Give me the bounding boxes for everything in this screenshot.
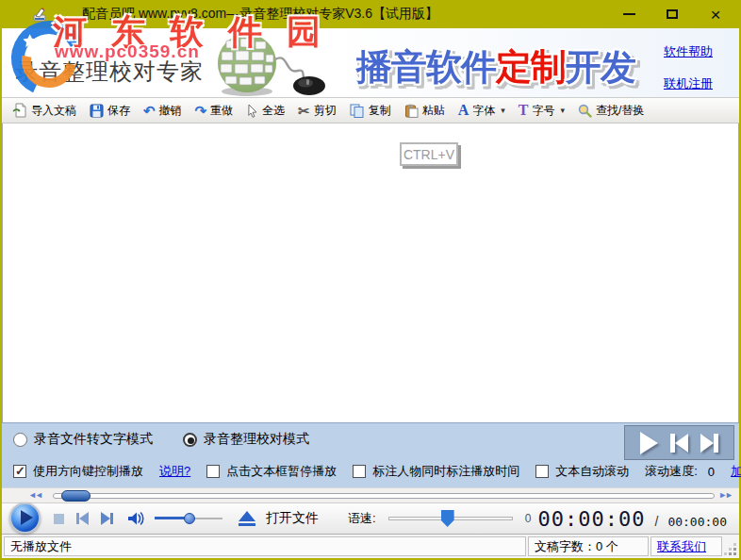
app-logo-text: 录音整理校对专家 bbox=[15, 57, 204, 87]
checkbox-icon[interactable] bbox=[535, 465, 549, 478]
triangle bbox=[675, 434, 688, 453]
font-dropdown-arrow-icon[interactable]: ▾ bbox=[501, 106, 505, 115]
minimize-icon bbox=[623, 13, 635, 15]
seek-track[interactable] bbox=[53, 493, 715, 499]
open-file-button[interactable]: 打开文件 bbox=[266, 510, 319, 527]
radio-proofread-mode[interactable]: 录音整理校对模式 bbox=[183, 431, 309, 448]
checkbox-arrow-keys[interactable]: 使用方向键控制播放 bbox=[13, 463, 143, 480]
keyboard-sphere-image bbox=[209, 29, 330, 97]
speech-rate-thumb[interactable] bbox=[441, 510, 454, 527]
playback-status-text: 无播放文件 bbox=[10, 538, 72, 555]
triangle bbox=[79, 512, 89, 525]
checkbox-icon[interactable] bbox=[206, 465, 220, 478]
banner-slogan: 播音软件定制开发 bbox=[356, 43, 635, 91]
banner-part2: 定制 bbox=[496, 47, 566, 87]
save-button[interactable]: 保存 bbox=[83, 98, 137, 123]
checkbox-label: 使用方向键控制播放 bbox=[33, 463, 143, 480]
rewind-marks-icon[interactable]: ◄◄ bbox=[28, 490, 41, 500]
window-body: 录音整理校对专家 bbox=[2, 28, 739, 558]
import-doc-icon bbox=[12, 103, 27, 118]
contact-us-link[interactable]: 联系我们 bbox=[657, 538, 706, 555]
play-icon bbox=[21, 510, 33, 525]
toolbar-item-label: 粘贴 bbox=[422, 103, 445, 119]
software-help-link[interactable]: 软件帮助 bbox=[664, 43, 713, 60]
word-count-text: 文稿字数：0 个 bbox=[535, 538, 618, 555]
media-control-bar: 打开文件 语速: 0 00:00:00 / 00:00:00 bbox=[2, 502, 739, 534]
word-count-cell: 文稿字数：0 个 bbox=[528, 536, 649, 556]
radio-transcribe-mode[interactable]: 录音文件转文字模式 bbox=[13, 431, 153, 448]
bar bbox=[714, 434, 718, 453]
font-size-icon: T bbox=[519, 103, 529, 118]
mode-radio-row: 录音文件转文字模式 录音整理校对模式 bbox=[13, 431, 309, 448]
previous-button[interactable] bbox=[76, 512, 89, 525]
find-replace-icon bbox=[578, 104, 592, 118]
transport-play-icon[interactable] bbox=[640, 432, 658, 454]
import-doc-button[interactable]: 导入文稿 bbox=[6, 98, 83, 123]
font-button[interactable]: A 字体 ▾ bbox=[452, 98, 512, 123]
paste-hint-label: CTRL+V bbox=[403, 147, 454, 162]
find-replace-button[interactable]: 查找/替换 bbox=[571, 98, 650, 123]
scroll-speed-label: 滚动速度: bbox=[645, 463, 698, 480]
volume-thumb[interactable] bbox=[184, 513, 195, 524]
speech-rate-slider[interactable] bbox=[388, 510, 513, 527]
volume-speaker-icon[interactable] bbox=[127, 511, 146, 526]
toolbar-item-label: 查找/替换 bbox=[596, 103, 644, 119]
copy-icon bbox=[350, 104, 365, 118]
triangle bbox=[700, 434, 714, 453]
checkbox-click-pause[interactable]: 点击文本框暂停播放 bbox=[206, 463, 337, 480]
transport-panel bbox=[624, 425, 734, 460]
speech-rate-value: 0 bbox=[525, 512, 532, 525]
status-bar: 无播放文件 文稿字数：0 个 联系我们 bbox=[2, 534, 739, 558]
time-total: 00:00:00 bbox=[667, 515, 727, 529]
checkbox-mark-time[interactable]: 标注人物同时标注播放时间 bbox=[353, 463, 519, 480]
toolbar-item-label: 全选 bbox=[262, 103, 285, 119]
select-all-button[interactable]: 全选 bbox=[239, 98, 291, 123]
checkbox-icon[interactable] bbox=[13, 465, 26, 478]
font-size-dropdown-arrow-icon[interactable]: ▾ bbox=[561, 106, 566, 115]
undo-button[interactable]: ↶ 撤销 bbox=[137, 98, 189, 123]
app-window: 配音员吧 www.pyy8.com—录音整理校对专家V3.6【试用版】 × 录音… bbox=[0, 0, 741, 560]
checkbox-icon[interactable] bbox=[353, 465, 366, 478]
play-button[interactable] bbox=[9, 502, 41, 534]
transport-skip-end-icon[interactable] bbox=[700, 434, 718, 453]
paste-icon bbox=[404, 104, 419, 118]
toolbar-item-label: 重做 bbox=[210, 103, 233, 119]
eject-icon[interactable] bbox=[239, 511, 255, 526]
minimize-button[interactable] bbox=[607, 0, 650, 28]
cut-button[interactable]: ✂ 剪切 bbox=[291, 98, 343, 123]
toolbar-item-label: 字体 bbox=[472, 103, 495, 119]
radio-label: 录音文件转文字模式 bbox=[34, 431, 153, 448]
seek-thumb[interactable] bbox=[61, 490, 91, 502]
toolbar-item-label: 复制 bbox=[369, 103, 391, 119]
volume-slider[interactable] bbox=[155, 513, 222, 524]
next-button[interactable] bbox=[101, 512, 113, 525]
text-editor-area[interactable]: CTRL+V bbox=[2, 124, 739, 422]
options-checkbox-row: 使用方向键控制播放 说明? 点击文本框暂停播放 标注人物同时标注播放时间 文本自… bbox=[13, 463, 741, 480]
forward-marks-icon[interactable]: ►► bbox=[718, 490, 732, 500]
font-icon: A bbox=[458, 103, 469, 118]
close-button[interactable]: × bbox=[694, 0, 737, 28]
banner-part1: 播音软件 bbox=[356, 47, 496, 87]
stop-button[interactable] bbox=[54, 514, 64, 524]
explain-link[interactable]: 说明? bbox=[159, 463, 190, 480]
save-icon bbox=[90, 104, 104, 118]
resize-grip[interactable] bbox=[724, 536, 737, 556]
radio-icon[interactable] bbox=[13, 433, 27, 447]
time-elapsed: 00:00:00 bbox=[538, 507, 646, 531]
speech-rate-label: 语速: bbox=[348, 510, 376, 527]
header: 录音整理校对专家 bbox=[2, 28, 739, 98]
window-title: 配音员吧 www.pyy8.com—录音整理校对专家V3.6【试用版】 bbox=[82, 6, 438, 23]
copy-button[interactable]: 复制 bbox=[343, 98, 398, 123]
maximize-button[interactable] bbox=[650, 0, 694, 28]
select-all-icon bbox=[246, 104, 258, 118]
checkbox-auto-scroll[interactable]: 文本自动滚动 bbox=[535, 463, 629, 480]
triangle bbox=[239, 511, 255, 521]
accelerate-link[interactable]: 加速 bbox=[731, 463, 741, 480]
online-register-link[interactable]: 联机注册 bbox=[664, 75, 713, 92]
redo-icon: ↷ bbox=[195, 104, 207, 118]
redo-button[interactable]: ↷ 重做 bbox=[189, 98, 240, 123]
font-size-button[interactable]: T 字号 ▾ bbox=[512, 98, 571, 123]
paste-button[interactable]: 粘贴 bbox=[398, 98, 452, 123]
radio-icon[interactable] bbox=[183, 433, 197, 447]
transport-skip-start-icon[interactable] bbox=[670, 434, 688, 453]
